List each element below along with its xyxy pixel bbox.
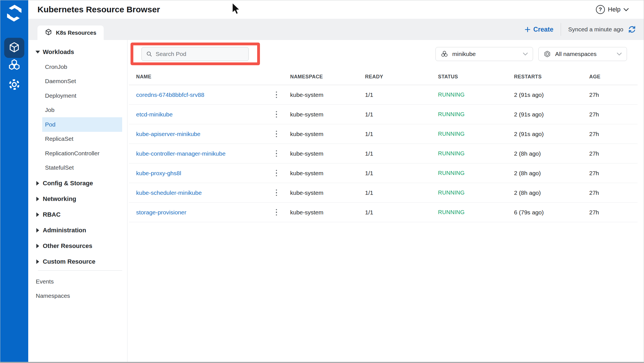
sidebar-item-namespaces[interactable]: Namespaces: [28, 289, 127, 303]
icon-rail: [0, 0, 28, 362]
tab-k8s-resources[interactable]: K8s Resources: [37, 25, 104, 40]
table-row[interactable]: kube-controller-manager-minikubekube-sys…: [129, 144, 638, 163]
restarts-cell: 2 (8h ago): [514, 170, 589, 177]
sidebar-section-rbac[interactable]: RBAC: [28, 207, 127, 223]
pod-name-link[interactable]: kube-scheduler-minikube: [136, 189, 202, 196]
column-header-age[interactable]: AGE: [589, 74, 638, 80]
pod-name-link[interactable]: etcd-minikube: [136, 111, 173, 118]
sidebar-item-cronjob[interactable]: CronJob: [28, 60, 127, 74]
restarts-cell: 2 (91s ago): [514, 92, 589, 98]
pod-name-cell: coredns-674b8bbfcf-srv88: [129, 92, 270, 98]
table-row[interactable]: coredns-674b8bbfcf-srv88kube-system1/1RU…: [129, 85, 638, 105]
sidebar-item-deployment[interactable]: Deployment: [28, 88, 127, 103]
namespace-cell: kube-system: [283, 170, 365, 177]
pod-name-link[interactable]: kube-apiserver-minikube: [136, 131, 200, 137]
chevron-down-icon: [624, 8, 629, 11]
namespace-cell: kube-system: [283, 209, 365, 216]
sidebar-section-other-resources[interactable]: Other Resources: [28, 238, 127, 254]
sidebar-item-replicationcontroller[interactable]: ReplicationController: [28, 146, 127, 161]
sidebar-section-administration[interactable]: Administration: [28, 223, 127, 238]
page-title: Kubernetes Resource Browser: [37, 5, 160, 14]
sidebar-section-label: Other Resources: [43, 242, 92, 250]
sidebar-section-workloads[interactable]: Workloads: [28, 46, 127, 58]
kebab-menu-icon[interactable]: [274, 90, 279, 100]
sidebar-section-label: RBAC: [43, 211, 61, 218]
sidebar-item-replicaset[interactable]: ReplicaSet: [28, 132, 127, 146]
app-window: Kubernetes Resource Browser ? Help K8s R…: [0, 0, 644, 363]
kebab-menu-icon[interactable]: [274, 168, 279, 178]
status-badge: RUNNING: [438, 170, 514, 176]
sidebar-item-job[interactable]: Job: [28, 103, 127, 118]
table-row[interactable]: kube-scheduler-minikubekube-system1/1RUN…: [129, 183, 638, 203]
sidebar-item-statefulset[interactable]: StatefulSet: [28, 161, 127, 175]
row-actions-cell: [270, 188, 283, 198]
pod-name-cell: kube-scheduler-minikube: [129, 189, 270, 196]
pod-name-cell: kube-apiserver-minikube: [129, 131, 270, 137]
sidebar-section-items: CronJobDaemonSetDeploymentJobPodReplicaS…: [28, 60, 127, 175]
age-cell: 27h: [589, 189, 638, 196]
pod-name-link[interactable]: kube-controller-manager-minikube: [136, 150, 226, 157]
create-button[interactable]: Create: [524, 26, 553, 33]
main-content: minikube All namespaces NAME NAMESPACE R…: [127, 40, 644, 363]
table-row[interactable]: etcd-minikubekube-system1/1RUNNING2 (91s…: [129, 105, 638, 124]
search-box: [141, 47, 249, 61]
table-row[interactable]: kube-proxy-ghs8lkube-system1/1RUNNING2 (…: [129, 163, 638, 183]
table-row[interactable]: storage-provisionerkube-system1/1RUNNING…: [129, 203, 638, 222]
rail-settings-button[interactable]: [4, 75, 24, 95]
column-header-ready[interactable]: READY: [365, 74, 438, 80]
rail-k8s-resources-button[interactable]: [4, 38, 24, 58]
tab-strip: K8s Resources Create Synced a minute ago: [28, 19, 644, 40]
sidebar-item-pod[interactable]: Pod: [42, 117, 122, 132]
help-question-icon: ?: [596, 5, 605, 14]
refresh-icon[interactable]: [628, 25, 636, 34]
pod-name-cell: kube-proxy-ghs8l: [129, 170, 270, 177]
kebab-menu-icon[interactable]: [274, 129, 279, 139]
pod-name-cell: storage-provisioner: [129, 209, 270, 216]
cluster-select[interactable]: minikube: [435, 47, 533, 61]
rail-clusters-button[interactable]: [4, 55, 24, 76]
sidebar-section-label: Networking: [43, 195, 76, 203]
caret-right-icon: [36, 228, 39, 233]
namespace-cell: kube-system: [283, 150, 365, 157]
resource-sidebar: WorkloadsCronJobDaemonSetDeploymentJobPo…: [28, 40, 127, 363]
kebab-menu-icon[interactable]: [274, 109, 279, 120]
ready-cell: 1/1: [365, 170, 438, 177]
table-row[interactable]: kube-apiserver-minikubekube-system1/1RUN…: [129, 124, 638, 144]
sidebar-section-networking[interactable]: Networking: [28, 191, 127, 207]
column-header-namespace[interactable]: NAMESPACE: [283, 74, 365, 80]
create-label: Create: [533, 26, 553, 33]
sidebar-item-daemonset[interactable]: DaemonSet: [28, 74, 127, 89]
cube-icon: [45, 28, 52, 37]
sidebar-section-label: Custom Resource: [43, 258, 95, 265]
namespace-cell: kube-system: [283, 92, 365, 98]
search-input[interactable]: [156, 51, 244, 57]
gear-icon: [8, 78, 21, 92]
help-menu-button[interactable]: ? Help: [596, 5, 629, 14]
sync-status-text: Synced a minute ago: [568, 26, 623, 33]
sidebar-section-label: Administration: [43, 227, 86, 234]
ready-cell: 1/1: [365, 209, 438, 216]
column-header-name[interactable]: NAME: [129, 74, 270, 80]
restarts-cell: 2 (91s ago): [514, 131, 589, 137]
sidebar-section-config-storage[interactable]: Config & Storage: [28, 175, 127, 191]
kebab-menu-icon[interactable]: [274, 188, 279, 198]
column-header-restarts[interactable]: RESTARTS: [514, 74, 589, 80]
pod-name-link[interactable]: kube-proxy-ghs8l: [136, 170, 181, 176]
column-header-status[interactable]: STATUS: [438, 74, 514, 80]
help-label: Help: [608, 6, 621, 13]
pod-name-link[interactable]: storage-provisioner: [136, 209, 186, 216]
app-logo-icon: [5, 4, 23, 22]
kebab-menu-icon[interactable]: [274, 207, 279, 217]
status-badge: RUNNING: [438, 150, 514, 157]
sidebar-section-label: Config & Storage: [43, 180, 93, 187]
pod-name-link[interactable]: coredns-674b8bbfcf-srv88: [136, 92, 204, 98]
age-cell: 27h: [589, 170, 638, 177]
ready-cell: 1/1: [365, 189, 438, 196]
status-badge: RUNNING: [438, 92, 514, 98]
sidebar-section-custom-resource[interactable]: Custom Resource: [28, 254, 127, 270]
row-actions-cell: [270, 168, 283, 178]
row-actions-cell: [270, 207, 283, 217]
kebab-menu-icon[interactable]: [274, 149, 279, 159]
namespace-select[interactable]: All namespaces: [538, 47, 627, 61]
sidebar-item-events[interactable]: Events: [28, 274, 127, 289]
